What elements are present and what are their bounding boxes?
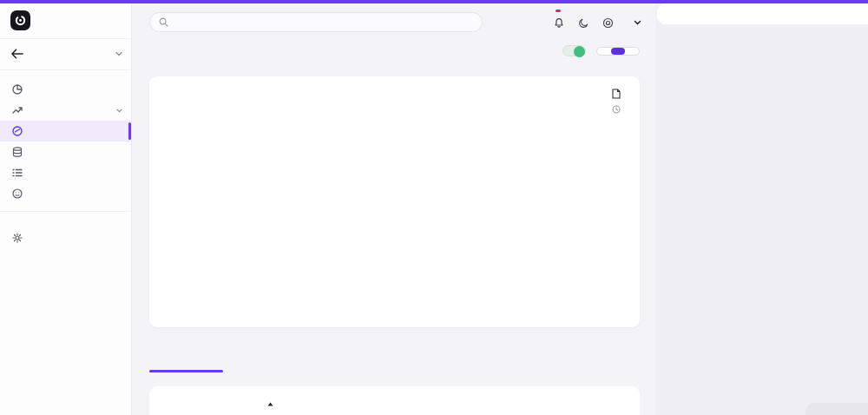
activity-title-underline: [149, 370, 223, 372]
pie-chart-icon: [12, 84, 23, 95]
range-7-dias[interactable]: [611, 48, 625, 55]
search-bar[interactable]: [149, 12, 483, 32]
tabs-row: [132, 42, 655, 73]
sidebar-item-metricas[interactable]: [0, 100, 131, 121]
activity-table: [149, 386, 640, 415]
site-selector[interactable]: [0, 39, 131, 70]
notification-count-badge: [556, 10, 561, 12]
sidebar-item-reportes[interactable]: [0, 162, 131, 183]
sidebar-item-backups[interactable]: [0, 142, 131, 162]
search-input[interactable]: [174, 17, 473, 27]
search-icon: [159, 17, 168, 27]
list-icon: [12, 168, 23, 178]
user-menu[interactable]: [630, 20, 641, 25]
modular-logo-icon: [10, 10, 30, 30]
top-accent-bar: [0, 0, 868, 3]
promo-panel: [657, 3, 868, 415]
ssl-status: [612, 87, 628, 114]
clock-icon: [612, 105, 621, 114]
chevron-down-icon[interactable]: [116, 109, 122, 113]
sidebar-section-label: [0, 212, 131, 227]
back-arrow-icon[interactable]: [10, 49, 23, 59]
sidebar-item-seguridad-salud[interactable]: [0, 183, 131, 204]
chevron-down-icon[interactable]: [115, 51, 122, 56]
monitor-toggle[interactable]: [562, 45, 586, 56]
database-icon: [12, 147, 23, 157]
dark-mode-toggle[interactable]: [578, 17, 589, 29]
stat-running-since: [207, 87, 210, 114]
document-icon: [612, 89, 621, 99]
sidebar-item-ajustes[interactable]: [0, 227, 131, 248]
uptime-clock-icon: [12, 126, 23, 136]
topbar: [132, 3, 655, 42]
help-icon: [602, 17, 614, 29]
sidebar-nav: [0, 70, 131, 212]
sidebar-item-uptime-monitor[interactable]: [0, 121, 131, 142]
range-24h[interactable]: [597, 48, 611, 55]
sidebar: [0, 0, 132, 415]
trend-icon: [12, 105, 23, 115]
main-area: [132, 3, 655, 415]
sidebar-item-overview[interactable]: [0, 79, 131, 100]
sort-asc-icon: [267, 402, 273, 406]
range-selector: [596, 47, 640, 56]
promo-card-uptime: [657, 3, 868, 24]
column-header-desde[interactable]: [265, 402, 395, 406]
chat-widget-stub[interactable]: [806, 403, 868, 415]
smiley-icon: [12, 188, 23, 199]
range-1-mes[interactable]: [625, 48, 639, 55]
support-button[interactable]: [602, 17, 617, 29]
chevron-down-icon: [634, 20, 641, 25]
notifications-button[interactable]: [553, 16, 565, 29]
response-time-chart[interactable]: [158, 127, 630, 300]
uptime-chart-card: [149, 76, 640, 327]
app-logo[interactable]: [0, 0, 131, 39]
gear-icon: [12, 233, 23, 243]
